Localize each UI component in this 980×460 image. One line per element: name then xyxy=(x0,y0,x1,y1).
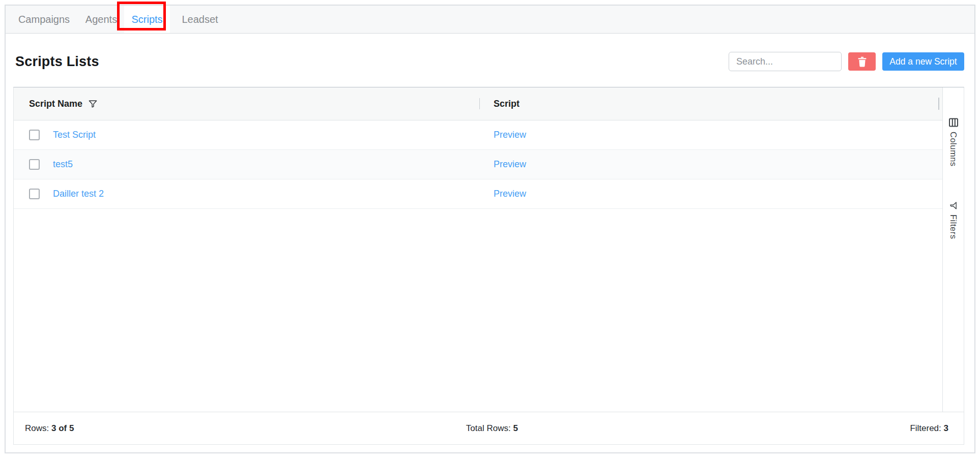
column-header-label: Script xyxy=(494,99,520,109)
script-name-link[interactable]: Test Script xyxy=(53,130,96,140)
column-divider[interactable] xyxy=(479,98,480,109)
row-checkbox[interactable] xyxy=(29,159,40,170)
table-row: test5 Preview xyxy=(14,150,942,179)
tab-campaigns[interactable]: Campaigns xyxy=(6,6,82,33)
table-columns-icon xyxy=(949,118,958,127)
table-side-panel: Columns Filters xyxy=(942,87,964,412)
script-name-link[interactable]: test5 xyxy=(53,159,73,170)
trash-icon xyxy=(857,56,867,67)
row-checkbox[interactable] xyxy=(29,189,40,199)
preview-link[interactable]: Preview xyxy=(494,130,526,140)
add-new-script-button[interactable]: Add a new Script xyxy=(882,52,964,71)
column-resize-handle[interactable] xyxy=(938,98,939,110)
tab-leadset[interactable]: Leadset xyxy=(170,6,230,33)
table-row: Dailler test 2 Preview xyxy=(14,179,942,209)
tab-scripts[interactable]: Scripts xyxy=(124,6,170,33)
total-rows-count: Total Rows: 5 xyxy=(466,423,518,434)
table-header-row: Script Name Script xyxy=(14,87,942,120)
column-header-label: Script Name xyxy=(29,99,82,109)
columns-panel-toggle[interactable]: Columns xyxy=(948,118,958,167)
search-input[interactable] xyxy=(729,52,842,71)
column-header-script-name[interactable]: Script Name xyxy=(14,99,479,109)
funnel-icon[interactable] xyxy=(88,99,98,109)
columns-panel-label: Columns xyxy=(948,132,958,167)
table-empty-area xyxy=(14,209,942,412)
app-window: Campaigns Agents Scripts Leadset Scripts… xyxy=(5,5,975,453)
table-footer: Rows: 3 of 5 Total Rows: 5 Filtered: 3 xyxy=(14,412,964,444)
script-name-link[interactable]: Dailler test 2 xyxy=(53,189,104,199)
tab-agents[interactable]: Agents xyxy=(82,6,120,33)
table-body-area: Script Name Script xyxy=(14,87,964,412)
filtered-count: Filtered: 3 xyxy=(910,423,948,434)
scripts-table: Script Name Script xyxy=(13,87,964,445)
filters-panel-label: Filters xyxy=(948,214,958,239)
preview-link[interactable]: Preview xyxy=(494,159,526,169)
funnel-icon xyxy=(949,201,958,210)
page-title: Scripts Lists xyxy=(15,54,99,70)
rows-count: Rows: 3 of 5 xyxy=(25,423,74,434)
filters-panel-toggle[interactable]: Filters xyxy=(948,201,958,239)
content-header: Scripts Lists Add a new Script xyxy=(15,51,964,72)
preview-link[interactable]: Preview xyxy=(494,189,526,199)
delete-button[interactable] xyxy=(848,52,876,71)
table-main: Script Name Script xyxy=(14,87,942,412)
row-checkbox[interactable] xyxy=(29,130,40,140)
toolbar: Add a new Script xyxy=(729,52,964,71)
tab-bar: Campaigns Agents Scripts Leadset xyxy=(6,6,974,34)
table-row: Test Script Preview xyxy=(14,120,942,150)
column-header-script[interactable]: Script xyxy=(479,99,942,109)
